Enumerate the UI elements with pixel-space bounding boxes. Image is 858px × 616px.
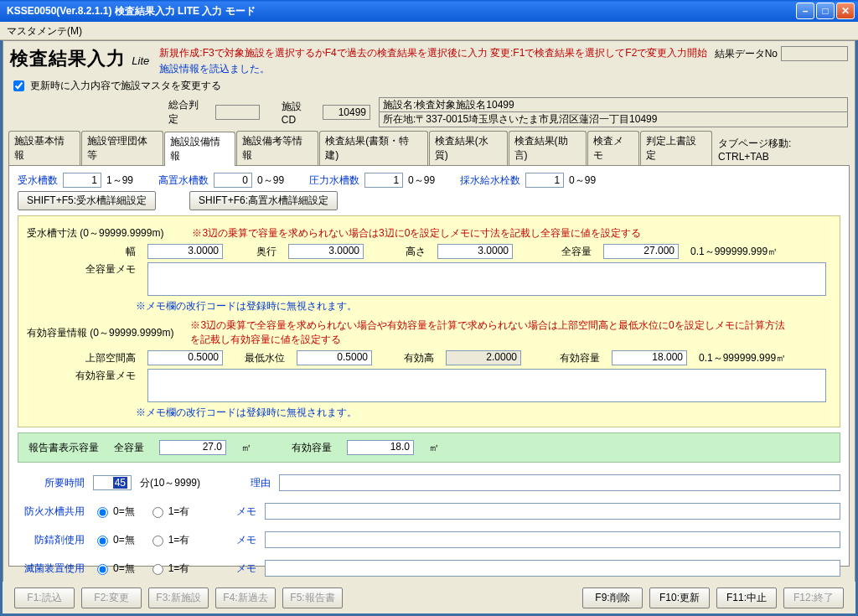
f3-button[interactable]: F3:新施設	[148, 588, 209, 608]
eff-note: ※3辺の乗算で全容量を求められない場合や有効容量を計算で求められない場合は上部空…	[190, 318, 793, 347]
boka-opt0[interactable]: 0=無	[93, 505, 135, 519]
riyu-input[interactable]	[279, 474, 840, 491]
minimize-button[interactable]: –	[796, 3, 814, 19]
guide-text: 新規作成:F3で対象施設を選択するかF4で過去の検査結果を選択後に入力 変更:F…	[159, 46, 709, 60]
page-title-lite: Lite	[132, 54, 149, 67]
tab-setsubi-info[interactable]: 施設設備情報	[164, 132, 236, 166]
dims-haba-label: 幅	[27, 245, 136, 259]
f4-button[interactable]: F4:新過去	[215, 588, 276, 608]
mekkin-opt1[interactable]: 1=有	[148, 562, 190, 576]
client-area: 検査結果入力 Lite 新規作成:F3で対象施設を選択するかF4で過去の検査結果…	[3, 40, 855, 613]
f9-button[interactable]: F9:削除	[582, 588, 643, 608]
sogo-value	[215, 105, 260, 120]
menu-master[interactable]: マスタメンテ(M)	[7, 25, 82, 37]
shoyo-unit: 分(10～9999)	[140, 476, 200, 490]
f1-button[interactable]: F1:読込	[14, 588, 75, 608]
tab-hantei-uwagaki[interactable]: 判定上書設定	[640, 131, 712, 165]
mekkin-memo-input[interactable]	[265, 560, 840, 577]
eff-memo-input[interactable]	[147, 369, 826, 402]
atsu-input[interactable]: 1	[364, 173, 403, 188]
dims-oku-input[interactable]: 3.0000	[288, 244, 364, 259]
shisetsu-addr-row: 所在地:〒337-0015埼玉県さいたま市見沼区蓮沼一丁目10499	[379, 112, 848, 127]
btn-kochi-detail[interactable]: SHIFT+F6:高置水槽詳細設定	[189, 191, 338, 210]
jusui-range: 1～99	[106, 173, 133, 188]
dims-taka-input[interactable]: 3.0000	[437, 244, 513, 259]
eff-title: 有効容量情報 (0～99999.9999m)	[27, 326, 173, 340]
eff-memo-label: 有効容量メモ	[27, 369, 136, 383]
report-capacity-box: 報告書表示容量 全容量 27.0 ㎥ 有効容量 18.0 ㎥	[18, 432, 840, 463]
f2-button[interactable]: F2:変更	[81, 588, 142, 608]
eff-jobu-input[interactable]: 0.5000	[147, 350, 223, 365]
mekkin-opt0[interactable]: 0=無	[93, 562, 135, 576]
eff-yuko-value: 2.0000	[446, 350, 521, 365]
eff-memo-note: ※メモ欄の改行コードは登録時に無視されます。	[136, 406, 831, 420]
result-no-value	[781, 46, 848, 61]
atsu-label: 圧力水槽数	[309, 173, 359, 188]
tab-biko-info[interactable]: 施設備考等情報	[236, 131, 318, 165]
tab-page-setsubi: 受水槽数 1 1～99 高置水槽数 0 0～99 圧力水槽数 1 0～99 採水…	[8, 166, 850, 567]
bosei-memo-label: メモ	[236, 533, 256, 547]
function-key-bar: F1:読込 F2:変更 F3:新施設 F4:新過去 F5:報告書 F9:削除 F…	[3, 582, 855, 613]
bosei-memo-input[interactable]	[265, 531, 840, 548]
report-zen-label: 全容量	[114, 441, 144, 455]
update-master-checkbox[interactable]: 更新時に入力内容で施設マスタを変更する	[10, 78, 221, 94]
kochi-label: 高置水槽数	[158, 173, 209, 188]
f11-button[interactable]: F11:中止	[716, 588, 777, 608]
report-yuko-label: 有効容量	[292, 441, 332, 455]
tab-kensa-memo[interactable]: 検査メモ	[587, 131, 639, 165]
tab-basic-info[interactable]: 施設基本情報	[8, 131, 80, 165]
dims-zen-range: 0.1～999999.999㎥	[690, 245, 778, 259]
dims-title: 受水槽寸法 (0～99999.9999m)	[27, 226, 163, 241]
window-title: KSSE0050(Ver.8.2.1.1) 検査結果入力 LITE 入力 モード	[7, 4, 256, 18]
riyu-label: 理由	[251, 476, 271, 490]
btn-jusui-detail[interactable]: SHIFT+F5:受水槽詳細設定	[18, 191, 156, 210]
jusui-input[interactable]: 1	[63, 173, 101, 188]
f5-button[interactable]: F5:報告書	[282, 588, 343, 608]
shoyo-label: 所要時間	[18, 476, 85, 490]
tab-kanri-dantai[interactable]: 施設管理団体等	[81, 131, 163, 165]
bosei-opt0[interactable]: 0=無	[93, 533, 135, 547]
shisetsu-cd-value: 10499	[323, 105, 370, 120]
shisetsu-cd-label: 施設CD	[282, 100, 314, 126]
report-label: 報告書表示容量	[28, 441, 99, 455]
jusui-dim-box: 受水槽寸法 (0～99999.9999m) ※3辺の乗算で容量を求められない場合…	[18, 215, 840, 427]
update-master-checkbox-input[interactable]	[13, 80, 24, 91]
page-title: 検査結果入力	[10, 48, 126, 69]
dims-taka-label: 高さ	[375, 245, 426, 259]
eff-sai-input[interactable]: 0.5000	[297, 350, 372, 365]
dims-haba-input[interactable]: 3.0000	[147, 244, 223, 259]
dims-zen-label: 全容量	[525, 245, 592, 259]
saisui-input[interactable]: 1	[525, 173, 564, 188]
eff-yoryo-input[interactable]: 18.000	[612, 350, 687, 365]
report-zen-unit: ㎥	[241, 441, 251, 455]
jusui-label: 受水槽数	[18, 173, 58, 188]
bosei-label: 防錆剤使用	[18, 533, 85, 547]
report-yuko-input[interactable]: 18.0	[347, 440, 414, 455]
f12-button[interactable]: F12:終了	[783, 588, 844, 608]
dims-note: ※3辺の乗算で容量を求められない場合は3辺に0を設定しメモに寸法を記載し全容量に…	[192, 226, 641, 241]
f10-button[interactable]: F10:更新	[649, 588, 710, 608]
boka-memo-input[interactable]	[265, 503, 840, 520]
tab-kensa-suishitsu[interactable]: 検査結果(水質)	[429, 131, 508, 165]
mekkin-label: 滅菌装置使用	[18, 562, 85, 576]
close-button[interactable]: ✕	[836, 3, 855, 19]
report-yuko-unit: ㎥	[429, 441, 439, 455]
report-zen-input[interactable]: 27.0	[159, 440, 226, 455]
eff-yoryo-label: 有効容量	[533, 351, 600, 365]
dims-zen-input[interactable]: 27.000	[603, 244, 679, 259]
saisui-range: 0～99	[569, 173, 596, 188]
kochi-input[interactable]: 0	[214, 173, 252, 188]
boka-label: 防火水槽共用	[18, 505, 85, 519]
mekkin-memo-label: メモ	[236, 562, 256, 576]
eff-sai-label: 最低水位	[235, 351, 285, 365]
shoyo-input[interactable]: 45	[93, 475, 132, 490]
tab-kensa-shorui[interactable]: 検査結果(書類・特建)	[319, 131, 428, 165]
eff-yuko-label: 有効高	[384, 351, 434, 365]
sogo-label: 総合判定	[168, 98, 206, 127]
eff-yoryo-range: 0.1～999999.999㎥	[699, 351, 786, 365]
tab-kensa-jogen[interactable]: 検査結果(助言)	[509, 131, 587, 165]
boka-opt1[interactable]: 1=有	[148, 505, 190, 519]
dims-memo-input[interactable]	[147, 262, 826, 296]
bosei-opt1[interactable]: 1=有	[148, 533, 190, 547]
maximize-button[interactable]: □	[816, 3, 835, 19]
